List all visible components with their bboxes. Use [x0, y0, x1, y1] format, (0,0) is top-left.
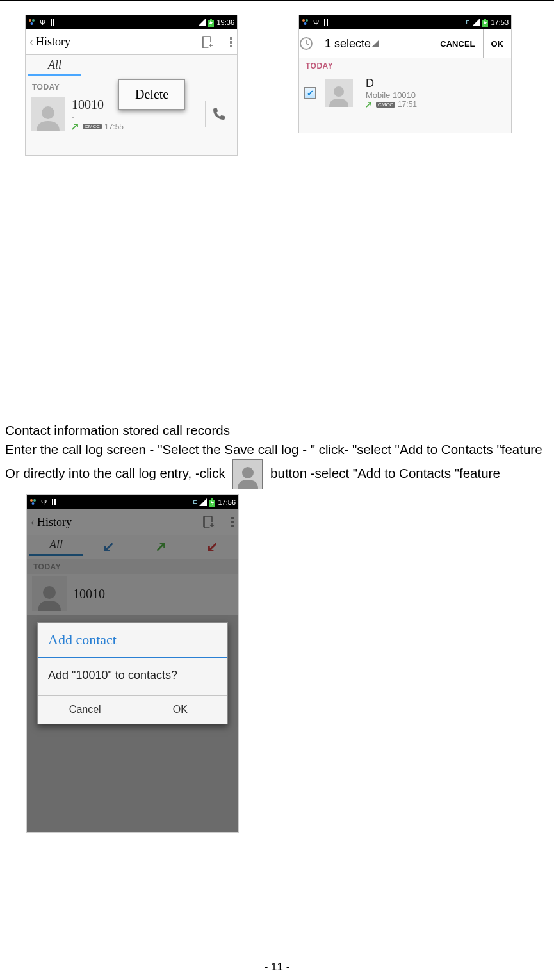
- selection-text: 1 selecte: [325, 37, 371, 51]
- call-time: 17:51: [398, 100, 417, 109]
- instruction-line-3: Or directly into the call log entry, -cl…: [5, 459, 544, 489]
- instruction-line-1: Contact information stored call records: [5, 421, 544, 439]
- context-menu-delete[interactable]: Delete: [118, 79, 185, 110]
- status-time: 17:56: [218, 498, 236, 506]
- status-left-icons: Ψ: [29, 498, 57, 506]
- svg-rect-17: [327, 19, 328, 26]
- signal-icon: [472, 19, 480, 26]
- debug-icon: [51, 498, 57, 506]
- battery-icon: [208, 19, 214, 27]
- clock-icon[interactable]: [299, 37, 325, 51]
- status-right-icons: E 17:53: [466, 19, 509, 27]
- svg-point-25: [32, 502, 35, 505]
- svg-point-15: [304, 22, 307, 25]
- call-log-row: 10010: [27, 574, 238, 615]
- svg-rect-11: [230, 45, 232, 47]
- usb-connected-icon: Ψ: [40, 19, 45, 26]
- call-time: 17:55: [104, 122, 124, 131]
- status-right-icons: 19:36: [198, 19, 234, 27]
- checkbox-checked[interactable]: ✔: [304, 87, 316, 99]
- svg-point-35: [43, 586, 56, 599]
- avatar-icon: [232, 459, 263, 489]
- svg-rect-19: [484, 19, 486, 20]
- header-title: History: [37, 516, 202, 529]
- svg-point-22: [242, 467, 254, 478]
- dropdown-icon: [372, 40, 379, 47]
- status-bar: Ψ E 17:56: [27, 495, 238, 509]
- document-page: Ψ 19:36 ‹ History: [0, 0, 554, 980]
- new-contact-icon: [202, 516, 215, 528]
- signal-icon: [198, 19, 206, 26]
- section-today: TODAY: [299, 58, 511, 73]
- outgoing-icon: [366, 102, 371, 108]
- call-info: 10010: [73, 587, 233, 601]
- phone-c-container: Ψ E 17:56: [26, 494, 551, 833]
- svg-point-12: [42, 106, 54, 119]
- usb-icon: [29, 498, 37, 506]
- ok-button[interactable]: OK: [483, 29, 512, 58]
- svg-rect-33: [231, 521, 234, 523]
- row-info: D Mobile 10010 CMCC 17:51: [366, 77, 506, 109]
- outgoing-icon: [72, 124, 78, 130]
- instruction-fragment-b: button -select "Add to Contacts "feature: [270, 466, 500, 480]
- incoming-icon: [104, 543, 113, 551]
- usb-icon: [302, 19, 309, 26]
- battery-icon: [482, 19, 488, 27]
- status-right-icons: E 17:56: [193, 498, 236, 507]
- overflow-icon: [231, 516, 234, 528]
- action-bar: ‹ History: [27, 509, 238, 535]
- contact-name: D: [366, 77, 506, 90]
- phone-screenshot-history: Ψ 19:36 ‹ History: [25, 15, 238, 156]
- svg-rect-29: [211, 498, 213, 500]
- signal-icon: [199, 498, 207, 506]
- svg-point-1: [32, 19, 35, 22]
- selection-count[interactable]: 1 selecte: [325, 37, 432, 51]
- svg-rect-3: [51, 19, 52, 26]
- status-time: 19:36: [216, 19, 234, 26]
- page-number: - 11 -: [0, 961, 554, 974]
- top-phone-row: Ψ 19:36 ‹ History: [25, 15, 551, 156]
- phone-screenshot-dialog: Ψ E 17:56: [26, 494, 239, 833]
- battery-icon: [209, 498, 215, 507]
- back-icon: ‹: [31, 516, 35, 529]
- svg-point-21: [334, 86, 344, 97]
- dimmed-background: ‹ History All: [27, 509, 238, 615]
- svg-rect-10: [230, 41, 232, 44]
- selectable-row[interactable]: ✔ D Mobile 10010 CMCC 17:51: [299, 73, 511, 113]
- add-contact-dialog: Add contact Add "10010" to contacts? Can…: [37, 622, 228, 724]
- tab-all[interactable]: All: [28, 58, 81, 76]
- cancel-button[interactable]: Cancel: [38, 696, 133, 724]
- tabs-row: All: [27, 535, 238, 559]
- usb-connected-icon: Ψ: [313, 19, 319, 26]
- svg-point-0: [29, 19, 31, 22]
- dial-button[interactable]: [205, 101, 232, 127]
- call-number: 10010: [73, 587, 233, 601]
- svg-point-14: [306, 19, 308, 22]
- svg-rect-34: [231, 525, 234, 527]
- debug-icon: [49, 19, 56, 26]
- status-bar: Ψ 19:36: [26, 15, 237, 29]
- usb-connected-icon: Ψ: [41, 498, 47, 506]
- dialog-title: Add contact: [38, 623, 227, 658]
- svg-rect-26: [52, 499, 53, 505]
- section-today: TODAY: [27, 559, 238, 574]
- overflow-icon[interactable]: [229, 37, 233, 48]
- svg-rect-9: [230, 37, 232, 40]
- back-icon[interactable]: ‹: [29, 35, 33, 49]
- svg-point-2: [31, 22, 33, 25]
- instruction-fragment-a: Or directly into the call log entry, -cl…: [5, 466, 225, 480]
- svg-point-23: [30, 499, 33, 502]
- cancel-button[interactable]: CANCEL: [432, 29, 482, 58]
- new-contact-icon[interactable]: [201, 36, 214, 49]
- tab-all: All: [29, 538, 83, 556]
- svg-point-24: [33, 499, 36, 502]
- filter-icons: [83, 543, 238, 551]
- ok-button[interactable]: OK: [133, 696, 228, 724]
- dialog-buttons: Cancel OK: [38, 695, 227, 724]
- missed-icon: [208, 543, 217, 551]
- status-bar: Ψ E 17:53: [299, 15, 511, 29]
- avatar-icon: [31, 97, 65, 131]
- instruction-text: Contact information stored call records …: [5, 421, 544, 489]
- svg-rect-27: [54, 499, 56, 505]
- svg-rect-6: [210, 19, 212, 20]
